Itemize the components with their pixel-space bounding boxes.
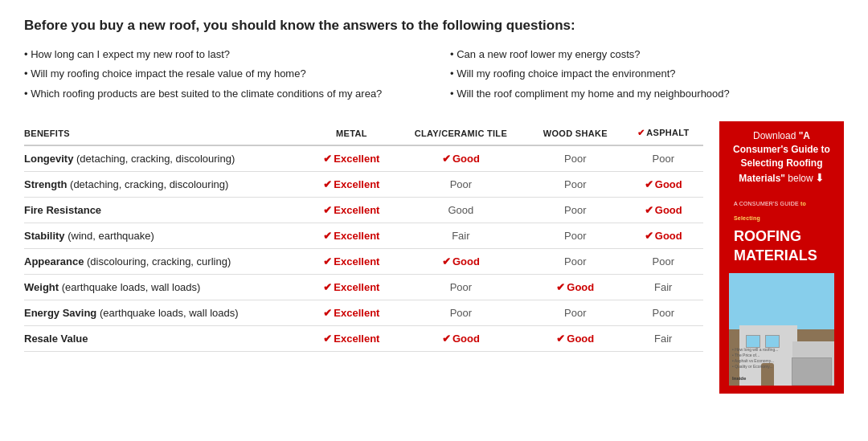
- cell-clay-4: ✔Good: [395, 249, 527, 275]
- asphalt-checkmark-icon: ✔: [637, 128, 645, 137]
- cell-value: Poor: [564, 307, 586, 319]
- cell-metal-5: ✔Excellent: [309, 275, 395, 300]
- cell-value: Fair: [654, 333, 672, 345]
- cell-metal-3: ✔Excellent: [309, 223, 395, 249]
- cell-value: Good: [452, 255, 480, 267]
- cell-asphalt-4: Poor: [624, 249, 703, 275]
- book-inside-list: • How long will a roofing... • The Price…: [732, 347, 778, 370]
- row-label-4: Appearance (discolouring, cracking, curl…: [24, 249, 309, 275]
- book-title-line2: MATERIALS: [734, 245, 829, 267]
- card-text-prefix: Download: [753, 130, 799, 141]
- table-row: Weight (earthquake loads, wall loads)✔Ex…: [24, 275, 703, 300]
- checkmark-icon: ✔: [323, 255, 332, 267]
- book-cover: A CONSUMER'S GUIDE to Selecting ROOFING …: [729, 192, 834, 386]
- cell-value: Good: [452, 333, 480, 345]
- cell-value: Excellent: [334, 178, 379, 190]
- sidebar-download-card[interactable]: Download "A Consumer's Guide to Selectin…: [719, 121, 844, 394]
- cell-value: Poor: [450, 307, 472, 319]
- cell-value: Poor: [564, 178, 586, 190]
- cell-metal-1: ✔Excellent: [309, 172, 395, 198]
- question-left-3: Which roofing products are best suited t…: [24, 86, 418, 102]
- table-row: Stability (wind, earthquake)✔ExcellentFa…: [24, 223, 703, 249]
- questions-left: How long can I expect my new roof to las…: [24, 47, 418, 106]
- cell-value: Excellent: [334, 281, 379, 293]
- row-label-5: Weight (earthquake loads, wall loads): [24, 275, 309, 300]
- row-label-6: Energy Saving (earthquake loads, wall lo…: [24, 300, 309, 326]
- book-top-text: A CONSUMER'S GUIDE to Selecting: [734, 201, 806, 221]
- row-label-text-3: Stability (wind, earthquake): [24, 230, 154, 242]
- question-left-1: How long can I expect my new roof to las…: [24, 47, 418, 63]
- cell-wood-0: Poor: [527, 145, 623, 172]
- cell-value: Good: [567, 333, 594, 345]
- col-header-metal: METAL: [309, 121, 395, 145]
- cell-metal-0: ✔Excellent: [309, 145, 395, 172]
- row-label-1: Strength (detaching, cracking, discolour…: [24, 172, 309, 198]
- cell-value: Fair: [452, 230, 469, 242]
- row-label-text-2: Fire Resistance: [24, 204, 101, 216]
- question-right-3: Will the roof compliment my home and my …: [450, 86, 844, 102]
- main-title: Before you buy a new roof, you should kn…: [24, 16, 844, 35]
- card-title: Download "A Consumer's Guide to Selectin…: [729, 129, 834, 186]
- cell-wood-6: Poor: [527, 300, 623, 326]
- book-cover-header: A CONSUMER'S GUIDE to Selecting: [729, 192, 834, 226]
- cell-wood-4: Poor: [527, 249, 623, 275]
- checkmark-icon: ✔: [323, 153, 332, 165]
- cell-asphalt-6: Poor: [624, 300, 703, 326]
- col-header-asphalt: ✔Asphalt: [624, 121, 703, 145]
- table-row: Strength (detaching, cracking, discolour…: [24, 172, 703, 198]
- checkmark-icon: ✔: [323, 178, 332, 190]
- content-area: BENEFITS METAL Clay/Ceramic Tile Wood Sh…: [24, 121, 844, 394]
- row-label-7: Resale Value: [24, 326, 309, 352]
- table-row: Fire Resistance✔ExcellentGoodPoor✔Good: [24, 198, 703, 223]
- book-title-area: ROOFING MATERIALS: [729, 226, 834, 273]
- question-left-2: Will my roofing choice impact the resale…: [24, 66, 418, 82]
- cell-value: Poor: [564, 255, 586, 267]
- cell-value: Excellent: [334, 204, 379, 216]
- checkmark-icon: ✔: [323, 307, 332, 319]
- cell-value: Poor: [564, 153, 586, 165]
- row-label-text-7: Resale Value: [24, 333, 88, 345]
- cell-value: Poor: [564, 230, 586, 242]
- cell-value: Poor: [450, 178, 472, 190]
- cell-clay-5: Poor: [395, 275, 527, 300]
- cell-value: Good: [567, 281, 594, 293]
- comparison-table: BENEFITS METAL Clay/Ceramic Tile Wood Sh…: [24, 121, 703, 352]
- cell-clay-1: Poor: [395, 172, 527, 198]
- cell-value: Fair: [654, 281, 672, 293]
- card-text-suffix: below: [785, 173, 813, 184]
- col-header-clay: Clay/Ceramic Tile: [395, 121, 527, 145]
- checkmark-icon: ✔: [556, 333, 565, 345]
- row-label-text-6: Energy Saving (earthquake loads, wall lo…: [24, 307, 239, 319]
- checkmark-icon: ✔: [645, 204, 653, 216]
- guide-highlight: to Selecting: [734, 201, 806, 221]
- cell-value: Poor: [653, 153, 674, 165]
- questions-section: How long can I expect my new roof to las…: [24, 47, 844, 106]
- cell-metal-7: ✔Excellent: [309, 326, 395, 352]
- table-header-row: BENEFITS METAL Clay/Ceramic Tile Wood Sh…: [24, 121, 703, 145]
- cell-metal-4: ✔Excellent: [309, 249, 395, 275]
- cell-value: Good: [655, 204, 682, 216]
- checkmark-icon: ✔: [323, 281, 332, 293]
- cell-asphalt-7: Fair: [624, 326, 703, 352]
- question-right-1: Can a new roof lower my energy costs?: [450, 47, 844, 63]
- inside-item-2: • The Price of...: [732, 353, 778, 358]
- col-header-benefits: BENEFITS: [24, 121, 309, 145]
- row-label-text-1: Strength (detaching, cracking, discolour…: [24, 178, 228, 190]
- checkmark-icon: ✔: [442, 255, 451, 267]
- comparison-table-wrapper: BENEFITS METAL Clay/Ceramic Tile Wood Sh…: [24, 121, 703, 352]
- col-header-wood: Wood Shake: [527, 121, 623, 145]
- cell-clay-3: Fair: [395, 223, 527, 249]
- table-row: Appearance (discolouring, cracking, curl…: [24, 249, 703, 275]
- cell-wood-2: Poor: [527, 198, 623, 223]
- cell-clay-6: Poor: [395, 300, 527, 326]
- cell-wood-1: Poor: [527, 172, 623, 198]
- checkmark-icon: ✔: [323, 230, 332, 242]
- cell-value: Excellent: [334, 333, 379, 345]
- cell-value: Excellent: [334, 230, 379, 242]
- row-label-text-0: Longevity (detaching, cracking, discolou…: [24, 153, 235, 165]
- inside-item-4: • Quality or Economy...: [732, 364, 778, 370]
- cell-clay-7: ✔Good: [395, 326, 527, 352]
- house-window-1: [746, 335, 760, 348]
- inside-item-3: • Asphalt vs Economy...: [732, 358, 778, 364]
- row-label-2: Fire Resistance: [24, 198, 309, 223]
